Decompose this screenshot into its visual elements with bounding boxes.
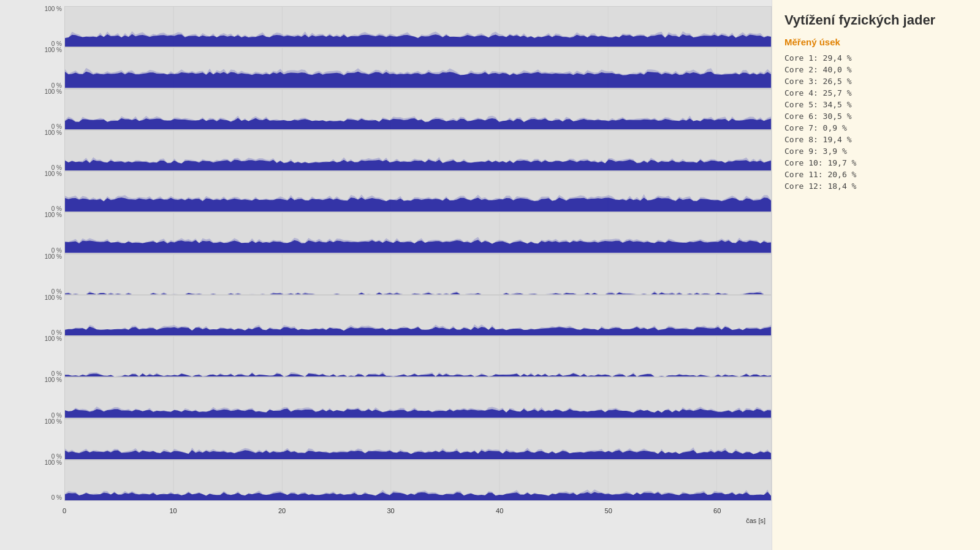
core-chart-10	[64, 377, 772, 418]
y-bottom-label-12: 0 %	[51, 495, 62, 501]
x-tick-30: 30	[387, 507, 394, 514]
x-axis-label: čas [s]	[746, 517, 765, 524]
y-labels-8: 100 %0 %	[34, 295, 64, 336]
core-chart-7	[64, 254, 772, 295]
core-row-3: 100 %0 %	[34, 89, 772, 130]
sidebar: Vytížení fyzických jader Měřený úsek Cor…	[772, 0, 980, 550]
core-stat-5: Core 5: 34,5 %	[784, 100, 968, 109]
cores-container: 100 %0 %100 %0 %100 %0 %100 %0 %100 %0 %…	[34, 6, 772, 501]
core-chart-9	[64, 336, 772, 377]
y-top-label-10: 100 %	[45, 377, 62, 383]
core-stat-3: Core 3: 26,5 %	[784, 77, 968, 86]
y-labels-7: 100 %0 %	[34, 254, 64, 295]
core-chart-12	[64, 460, 772, 501]
core-stat-4: Core 4: 25,7 %	[784, 88, 968, 97]
x-tick-50: 50	[605, 507, 612, 514]
y-labels-4: 100 %0 %	[34, 130, 64, 171]
core-stat-10: Core 10: 19,7 %	[784, 158, 968, 167]
core-chart-6	[64, 212, 772, 253]
core-chart-11	[64, 419, 772, 460]
core-row-4: 100 %0 %	[34, 130, 772, 171]
chart-area: 100 %0 %100 %0 %100 %0 %100 %0 %100 %0 %…	[0, 0, 772, 550]
core-chart-1	[64, 6, 772, 47]
core-stats-list: Core 1: 29,4 %Core 2: 40,0 %Core 3: 26,5…	[784, 53, 968, 191]
core-stat-6: Core 6: 30,5 %	[784, 112, 968, 121]
core-row-8: 100 %0 %	[34, 295, 772, 336]
y-bottom-label-2: 0 %	[51, 83, 62, 89]
y-labels-2: 100 %0 %	[34, 47, 64, 88]
core-stat-11: Core 11: 20,6 %	[784, 170, 968, 179]
sidebar-title: Vytížení fyzických jader	[784, 12, 968, 28]
core-stat-2: Core 2: 40,0 %	[784, 65, 968, 74]
y-top-label-6: 100 %	[45, 212, 62, 218]
core-stat-12: Core 12: 18,4 %	[784, 181, 968, 191]
y-labels-11: 100 %0 %	[34, 419, 64, 460]
y-labels-5: 100 %0 %	[34, 171, 64, 212]
y-top-label-9: 100 %	[45, 336, 62, 342]
core-stat-8: Core 8: 19,4 %	[784, 135, 968, 144]
core-row-6: 100 %0 %	[34, 212, 772, 253]
y-top-label-1: 100 %	[45, 6, 62, 12]
svg-rect-42	[65, 254, 771, 294]
core-chart-2	[64, 47, 772, 88]
core-stat-1: Core 1: 29,4 %	[784, 53, 968, 63]
core-stat-9: Core 9: 3,9 %	[784, 147, 968, 156]
core-chart-5	[64, 171, 772, 212]
core-row-11: 100 %0 %	[34, 419, 772, 460]
core-chart-4	[64, 130, 772, 171]
x-tick-0: 0	[63, 507, 66, 514]
y-top-label-12: 100 %	[45, 460, 62, 466]
x-axis: čas [s]0102030405060	[64, 501, 772, 525]
core-chart-3	[64, 89, 772, 130]
y-top-label-4: 100 %	[45, 130, 62, 136]
y-bottom-label-6: 0 %	[51, 248, 62, 254]
y-top-label-2: 100 %	[45, 47, 62, 53]
y-top-label-5: 100 %	[45, 171, 62, 177]
y-top-label-3: 100 %	[45, 89, 62, 95]
y-labels-10: 100 %0 %	[34, 377, 64, 418]
y-labels-1: 100 %0 %	[34, 6, 64, 47]
core-row-7: 100 %0 %	[34, 254, 772, 295]
y-labels-12: 100 %0 %	[34, 460, 64, 501]
y-labels-9: 100 %0 %	[34, 336, 64, 377]
core-chart-8	[64, 295, 772, 336]
core-row-9: 100 %0 %	[34, 336, 772, 377]
core-row-12: 100 %0 %	[34, 460, 772, 501]
core-row-2: 100 %0 %	[34, 47, 772, 88]
y-top-label-7: 100 %	[45, 254, 62, 260]
sidebar-section-title: Měřený úsek	[784, 37, 968, 47]
core-row-1: 100 %0 %	[34, 6, 772, 47]
x-tick-20: 20	[278, 507, 286, 514]
core-row-5: 100 %0 %	[34, 171, 772, 212]
core-row-10: 100 %0 %	[34, 377, 772, 418]
x-tick-10: 10	[169, 507, 177, 514]
y-labels-6: 100 %0 %	[34, 212, 64, 253]
y-labels-3: 100 %0 %	[34, 89, 64, 130]
y-top-label-8: 100 %	[45, 295, 62, 301]
core-stat-7: Core 7: 0,9 %	[784, 123, 968, 132]
x-tick-60: 60	[713, 507, 721, 514]
x-tick-40: 40	[496, 507, 503, 514]
y-top-label-11: 100 %	[45, 419, 62, 425]
y-bottom-label-10: 0 %	[51, 413, 62, 419]
svg-rect-56	[65, 337, 771, 376]
